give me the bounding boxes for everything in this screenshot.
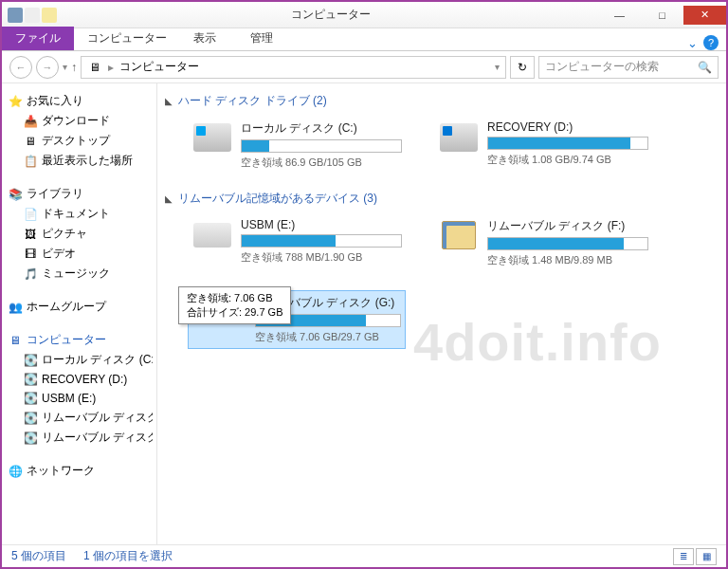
view-tiles-button[interactable]: ▦ bbox=[696, 548, 717, 565]
music-icon: 🎵 bbox=[23, 266, 38, 282]
drive-free-text: 空き領域 1.48 MB/9.89 MB bbox=[487, 253, 648, 267]
sidebar-item-drive-d[interactable]: 💽RECOVERY (D:) bbox=[6, 370, 153, 389]
hdd-icon bbox=[438, 120, 480, 155]
section-hdd[interactable]: ◣ハード ディスク ドライブ (2) bbox=[165, 93, 719, 109]
drive-icon: 💽 bbox=[23, 391, 38, 406]
sidebar-homegroup[interactable]: 👥ホームグループ bbox=[6, 297, 153, 317]
sidebar-libraries[interactable]: 📚ライブラリ bbox=[6, 184, 153, 204]
address-field[interactable]: 🖥 ▸ コンピューター ▾ bbox=[81, 56, 506, 79]
drive-free-text: 空き領域 86.9 GB/105 GB bbox=[241, 156, 402, 170]
titlebar: ドライブ ツール コンピューター — □ ✕ bbox=[2, 2, 726, 28]
status-count: 5 個の項目 bbox=[11, 548, 66, 564]
usage-bar bbox=[487, 237, 648, 250]
sidebar-item-recent[interactable]: 📋最近表示した場所 bbox=[6, 151, 153, 171]
tooltip-total: 合計サイズ: 29.7 GB bbox=[187, 305, 282, 320]
tab-view[interactable]: 表示 bbox=[180, 27, 229, 50]
forward-button[interactable]: → bbox=[36, 56, 59, 79]
computer-icon: 🖥 bbox=[87, 60, 102, 75]
network-icon: 🌐 bbox=[8, 464, 23, 479]
refresh-button[interactable]: ↻ bbox=[510, 56, 535, 79]
library-icon: 📚 bbox=[8, 187, 23, 202]
close-button[interactable]: ✕ bbox=[683, 6, 726, 25]
drive-label: リムーバブル ディスク (F:) bbox=[487, 218, 648, 234]
homegroup-icon: 👥 bbox=[8, 300, 23, 315]
computer-icon: 🖥 bbox=[8, 333, 23, 348]
qat-folder-icon[interactable] bbox=[42, 8, 57, 23]
drive-e[interactable]: USBM (E:) 空き領域 788 MB/1.90 GB bbox=[188, 214, 406, 271]
address-location: コンピューター bbox=[119, 59, 199, 75]
star-icon: ⭐ bbox=[8, 94, 23, 109]
status-selected: 1 個の項目を選択 bbox=[83, 548, 173, 564]
minimize-button[interactable]: — bbox=[598, 6, 641, 25]
collapse-icon: ◣ bbox=[165, 193, 173, 204]
recent-icon: 📋 bbox=[23, 154, 38, 169]
drive-free-text: 空き領域 7.06 GB/29.7 GB bbox=[255, 330, 401, 344]
drive-icon: 💽 bbox=[23, 411, 38, 426]
qat-icons bbox=[2, 8, 63, 23]
sidebar-item-drive-c[interactable]: 💽ローカル ディスク (C:) bbox=[6, 350, 153, 370]
expand-ribbon-icon[interactable]: ⌄ bbox=[687, 36, 698, 50]
ribbon-help: ⌄ ? bbox=[687, 35, 726, 50]
download-icon: 📥 bbox=[23, 114, 38, 129]
tab-manage[interactable]: 管理 bbox=[237, 27, 286, 50]
sidebar-network[interactable]: 🌐ネットワーク bbox=[6, 461, 153, 481]
tab-file[interactable]: ファイル bbox=[2, 27, 74, 50]
window-title: コンピューター bbox=[63, 7, 598, 23]
section-removable[interactable]: ◣リムーバブル記憶域があるデバイス (3) bbox=[165, 191, 719, 207]
usage-bar bbox=[241, 139, 402, 153]
sidebar-item-videos[interactable]: 🎞ビデオ bbox=[6, 244, 153, 264]
sidebar-item-drive-e[interactable]: 💽USBM (E:) bbox=[6, 389, 153, 408]
sidebar-item-drive-g[interactable]: 💽リムーバブル ディスク (G:) bbox=[6, 428, 153, 448]
history-dropdown-icon[interactable]: ▾ bbox=[63, 62, 67, 72]
watermark: 4doit.info bbox=[413, 311, 662, 373]
app-icon bbox=[8, 8, 23, 23]
usage-bar bbox=[241, 234, 402, 248]
maximize-button[interactable]: □ bbox=[641, 6, 683, 25]
drive-icon: 💽 bbox=[23, 353, 38, 368]
document-icon: 📄 bbox=[23, 207, 38, 222]
back-button[interactable]: ← bbox=[9, 56, 32, 79]
sidebar-computer[interactable]: 🖥コンピューター bbox=[6, 330, 153, 350]
drive-d[interactable]: RECOVERY (D:) 空き領域 1.08 GB/9.74 GB bbox=[434, 117, 652, 174]
view-details-button[interactable]: ≣ bbox=[673, 548, 694, 565]
help-icon[interactable]: ? bbox=[703, 35, 719, 50]
drive-free-text: 空き領域 1.08 GB/9.74 GB bbox=[487, 153, 648, 167]
search-icon: 🔍 bbox=[698, 61, 712, 74]
up-button[interactable]: ↑ bbox=[71, 61, 77, 74]
sidebar-item-documents[interactable]: 📄ドキュメント bbox=[6, 204, 153, 224]
tab-computer[interactable]: コンピューター bbox=[74, 27, 180, 50]
sidebar-item-desktop[interactable]: 🖥デスクトップ bbox=[6, 131, 153, 151]
status-bar: 5 個の項目 1 個の項目を選択 ≣ ▦ bbox=[2, 544, 726, 567]
search-box[interactable]: コンピューターの検索 🔍 bbox=[538, 56, 719, 79]
video-icon: 🎞 bbox=[23, 247, 38, 262]
address-dropdown-icon[interactable]: ▾ bbox=[495, 62, 500, 72]
ribbon-tabs: ファイル コンピューター 表示 管理 ⌄ ? bbox=[2, 28, 726, 51]
content-pane: 4doit.info ◣ハード ディスク ドライブ (2) ローカル ディスク … bbox=[157, 83, 726, 544]
usage-bar bbox=[487, 137, 648, 150]
desktop-icon: 🖥 bbox=[23, 134, 38, 149]
sidebar-item-drive-f[interactable]: 💽リムーバブル ディスク (F:) bbox=[6, 408, 153, 428]
sidebar-item-music[interactable]: 🎵ミュージック bbox=[6, 264, 153, 284]
drive-label: ローカル ディスク (C:) bbox=[241, 120, 402, 137]
drive-c[interactable]: ローカル ディスク (C:) 空き領域 86.9 GB/105 GB bbox=[188, 117, 406, 174]
drive-label: USBM (E:) bbox=[241, 218, 402, 231]
picture-icon: 🖼 bbox=[23, 227, 38, 242]
drive-free-text: 空き領域 788 MB/1.90 GB bbox=[241, 250, 402, 265]
drive-icon: 💽 bbox=[23, 372, 38, 387]
window-buttons: — □ ✕ bbox=[598, 6, 726, 25]
hdd-icon bbox=[191, 120, 233, 155]
search-placeholder: コンピューターの検索 bbox=[545, 59, 659, 75]
sidebar-favorites[interactable]: ⭐お気に入り bbox=[6, 91, 153, 111]
drive-tooltip: 空き領域: 7.06 GB 合計サイズ: 29.7 GB bbox=[178, 286, 291, 324]
floppy-icon bbox=[438, 218, 480, 252]
drive-f[interactable]: リムーバブル ディスク (F:) 空き領域 1.48 MB/9.89 MB bbox=[434, 214, 652, 271]
address-bar: ← → ▾ ↑ 🖥 ▸ コンピューター ▾ ↻ コンピューターの検索 🔍 bbox=[2, 51, 726, 83]
sidebar-item-downloads[interactable]: 📥ダウンロード bbox=[6, 111, 153, 131]
tooltip-free: 空き領域: 7.06 GB bbox=[187, 291, 282, 305]
qat-icon[interactable] bbox=[25, 8, 40, 23]
drive-icon: 💽 bbox=[23, 431, 38, 446]
collapse-icon: ◣ bbox=[165, 96, 173, 106]
drive-label: RECOVERY (D:) bbox=[487, 120, 648, 134]
sidebar-item-pictures[interactable]: 🖼ピクチャ bbox=[6, 224, 153, 244]
nav-sidebar: ⭐お気に入り 📥ダウンロード 🖥デスクトップ 📋最近表示した場所 📚ライブラリ … bbox=[2, 83, 157, 544]
